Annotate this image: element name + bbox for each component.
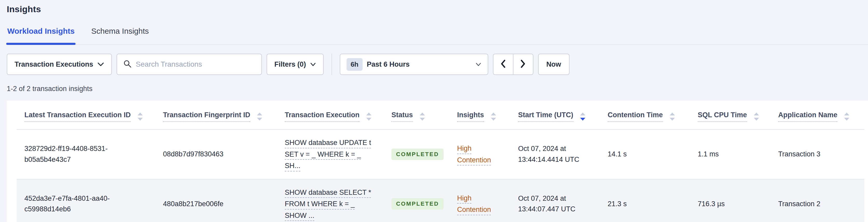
insight-link[interactable]: High Contention	[457, 145, 491, 164]
toolbar-divider	[332, 54, 332, 75]
page-title: Insights	[7, 4, 868, 14]
page-header: Insights	[0, 0, 868, 14]
toolbar: Transaction Executions Filters (0) 6h Pa…	[7, 54, 868, 75]
column-header-insights[interactable]: Insights	[457, 111, 496, 122]
sql-cpu-time-cell: 1.1 ms	[690, 129, 770, 179]
execution-id-cell: 452da3e7-e7fa-4801-aa40-c59988d14eb6	[17, 179, 155, 222]
status-cell: COMPLETED	[384, 179, 449, 222]
application-name-cell: Transaction 2	[770, 179, 864, 222]
column-header-application-name[interactable]: Application Name	[778, 111, 849, 122]
insights-table-card: Latest Transaction Execution ID Transact…	[7, 101, 868, 222]
time-range-label: Past 6 Hours	[367, 60, 471, 68]
column-header-status[interactable]: Status	[392, 111, 425, 122]
transaction-execution-link[interactable]: SHOW database UPDATE t SET v = _ WHERE k…	[285, 139, 371, 169]
sort-arrows-icon[interactable]	[366, 113, 371, 121]
table-row: 328729d2-ff19-4408-8531-b05a5b4e43c7 08d…	[17, 129, 864, 179]
column-header-contention-time[interactable]: Contention Time	[608, 111, 675, 122]
start-time-cell: Oct 07, 2024 at 13:44:07.447 UTC	[510, 179, 600, 222]
column-header-sql-cpu-time[interactable]: SQL CPU Time	[698, 111, 759, 122]
tab-bar: Workload Insights Schema Insights	[7, 26, 868, 45]
filters-label: Filters (0)	[274, 60, 306, 68]
insights-cell: High Contention	[449, 179, 510, 222]
start-time-cell: Oct 07, 2024 at 13:44:14.4414 UTC	[510, 129, 600, 179]
sort-arrows-icon[interactable]	[491, 113, 496, 121]
application-name-cell: Transaction 3	[770, 129, 864, 179]
column-header-execution-id[interactable]: Latest Transaction Execution ID	[24, 111, 143, 122]
results-count: 1-2 of 2 transaction insights	[7, 85, 868, 93]
chevron-down-icon	[310, 60, 316, 68]
insight-link[interactable]: High Contention	[457, 194, 491, 214]
transaction-execution-cell: SHOW database UPDATE t SET v = _ WHERE k…	[277, 129, 384, 179]
contention-time-cell: 21.3 s	[600, 179, 690, 222]
chevron-down-icon	[97, 60, 104, 68]
table-row: 452da3e7-e7fa-4801-aa40-c59988d14eb6 480…	[17, 179, 864, 222]
fingerprint-id-cell: 08d8b7d97f830463	[155, 129, 277, 179]
transaction-execution-cell: SHOW database SELECT * FROM t WHERE k = …	[277, 179, 384, 222]
search-input[interactable]	[136, 60, 255, 68]
execution-id-cell: 328729d2-ff19-4408-8531-b05a5b4e43c7	[17, 129, 155, 179]
chevron-down-icon	[475, 60, 482, 68]
sort-arrows-icon[interactable]	[844, 113, 849, 121]
tab-workload-insights[interactable]: Workload Insights	[7, 26, 75, 44]
fingerprint-id-cell: 480a8b217be006fe	[155, 179, 277, 222]
transaction-execution-link[interactable]: SHOW database SELECT * FROM t WHERE k = …	[285, 189, 371, 219]
sort-arrows-icon[interactable]	[137, 113, 143, 121]
sort-arrows-icon[interactable]	[754, 113, 759, 121]
status-badge: COMPLETED	[392, 198, 444, 210]
search-icon	[123, 60, 132, 69]
time-range-badge: 6h	[346, 58, 363, 71]
sort-arrows-icon[interactable]	[670, 113, 675, 121]
prev-range-button[interactable]	[493, 54, 513, 75]
view-type-dropdown[interactable]: Transaction Executions	[7, 54, 112, 75]
column-header-start-time[interactable]: Start Time (UTC)	[518, 111, 585, 122]
sort-arrows-icon[interactable]	[257, 113, 262, 121]
contention-time-cell: 14.1 s	[600, 129, 690, 179]
insights-table: Latest Transaction Execution ID Transact…	[17, 101, 864, 222]
time-range-picker[interactable]: 6h Past 6 Hours	[340, 54, 488, 75]
next-range-button[interactable]	[513, 54, 533, 75]
sort-arrows-icon[interactable]	[420, 113, 425, 121]
tab-schema-insights[interactable]: Schema Insights	[91, 26, 149, 44]
table-header-row: Latest Transaction Execution ID Transact…	[17, 101, 864, 129]
insights-cell: High Contention	[449, 129, 510, 179]
chevron-right-icon	[520, 59, 526, 69]
status-badge: COMPLETED	[392, 149, 444, 160]
sql-cpu-time-cell: 716.3 µs	[690, 179, 770, 222]
filters-dropdown[interactable]: Filters (0)	[267, 54, 324, 75]
search-box[interactable]	[117, 54, 262, 75]
sort-arrows-icon[interactable]	[580, 113, 585, 121]
status-cell: COMPLETED	[384, 129, 449, 179]
now-button[interactable]: Now	[538, 54, 569, 75]
view-type-label: Transaction Executions	[14, 60, 93, 68]
time-range-arrows	[493, 54, 533, 75]
chevron-left-icon	[500, 59, 506, 69]
column-header-fingerprint-id[interactable]: Transaction Fingerprint ID	[163, 111, 262, 122]
column-header-transaction-execution[interactable]: Transaction Execution	[285, 111, 371, 122]
